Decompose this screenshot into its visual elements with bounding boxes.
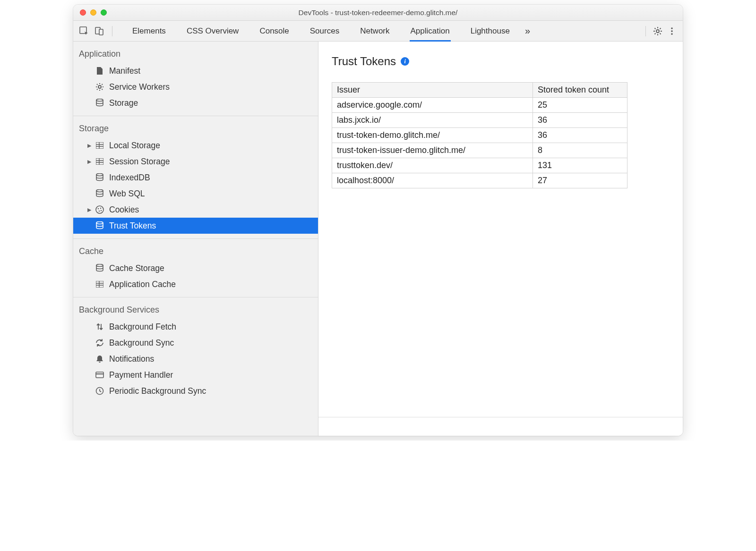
sidebar-item-web-sql[interactable]: Web SQL — [73, 186, 318, 202]
devtools-window: DevTools - trust-token-redeemer-demo.gli… — [73, 5, 683, 436]
cell-issuer: adservice.google.com/ — [332, 98, 533, 113]
sidebar-item-periodic-background-sync[interactable]: Periodic Background Sync — [73, 383, 318, 399]
sidebar-item-label: Cache Storage — [109, 263, 164, 273]
section-application: Application Manifest Service Workers Sto… — [73, 42, 318, 116]
table-row[interactable]: trusttoken.dev/131 — [332, 158, 627, 173]
sidebar-item-application-cache[interactable]: Application Cache — [73, 276, 318, 292]
expand-icon[interactable]: ▶ — [86, 143, 92, 149]
sidebar-item-indexeddb[interactable]: IndexedDB — [73, 170, 318, 186]
cell-count: 8 — [533, 143, 627, 158]
info-icon[interactable]: i — [401, 57, 409, 66]
grid-icon — [95, 280, 104, 289]
tab-lighthouse[interactable]: Lighthouse — [461, 21, 519, 42]
database-icon — [95, 98, 104, 108]
file-icon — [95, 66, 104, 76]
table-row[interactable]: trust-token-issuer-demo.glitch.me/8 — [332, 143, 627, 158]
column-header-issuer[interactable]: Issuer — [332, 83, 533, 98]
table-row[interactable]: trust-token-demo.glitch.me/36 — [332, 128, 627, 143]
cell-count: 25 — [533, 98, 627, 113]
sidebar-item-label: Background Sync — [109, 338, 174, 348]
sidebar-item-label: Service Workers — [109, 82, 170, 92]
section-title: Application — [73, 47, 318, 63]
expand-icon[interactable]: ▶ — [86, 207, 92, 213]
svg-rect-21 — [96, 372, 103, 378]
tab-label: Console — [259, 26, 289, 36]
table-row[interactable]: localhost:8000/27 — [332, 173, 627, 188]
pane-title: Trust Tokens — [332, 55, 396, 68]
tab-elements[interactable]: Elements — [123, 21, 175, 42]
svg-rect-10 — [96, 158, 103, 165]
bell-icon — [95, 354, 104, 364]
sidebar-item-notifications[interactable]: Notifications — [73, 351, 318, 367]
main-pane: Trust Tokens i Issuer Stored token count… — [318, 42, 683, 436]
trust-tokens-table: Issuer Stored token count adservice.goog… — [332, 82, 627, 188]
tabs-overflow-button[interactable]: » — [521, 21, 534, 42]
sidebar-item-label: Trust Tokens — [109, 221, 156, 231]
expand-icon[interactable]: ▶ — [86, 159, 92, 165]
settings-icon[interactable] — [653, 26, 663, 36]
sidebar-item-label: Session Storage — [109, 157, 170, 167]
sidebar-item-label: Application Cache — [109, 280, 176, 289]
database-icon — [95, 263, 104, 273]
sidebar-item-service-workers[interactable]: Service Workers — [73, 79, 318, 95]
sidebar-item-manifest[interactable]: Manifest — [73, 63, 318, 79]
svg-rect-9 — [96, 142, 103, 149]
tab-label: Application — [411, 26, 450, 36]
column-header-count[interactable]: Stored token count — [533, 83, 627, 98]
more-icon[interactable] — [667, 26, 677, 36]
cell-count: 36 — [533, 113, 627, 128]
cell-issuer: trusttoken.dev/ — [332, 158, 533, 173]
pane-title-row: Trust Tokens i — [332, 55, 670, 68]
sidebar-item-payment-handler[interactable]: Payment Handler — [73, 367, 318, 383]
titlebar: DevTools - trust-token-redeemer-demo.gli… — [73, 5, 683, 21]
section-title: Cache — [73, 245, 318, 260]
section-title: Storage — [73, 122, 318, 137]
svg-point-15 — [100, 208, 101, 209]
cell-count: 27 — [533, 173, 627, 188]
svg-point-6 — [671, 33, 673, 35]
tab-console[interactable]: Console — [250, 21, 298, 42]
inspect-element-icon[interactable] — [79, 26, 89, 36]
svg-point-11 — [96, 174, 103, 176]
sidebar-item-cookies[interactable]: ▶ Cookies — [73, 202, 318, 218]
window-title: DevTools - trust-token-redeemer-demo.gli… — [73, 8, 683, 17]
grid-icon — [95, 157, 104, 166]
cell-issuer: trust-token-demo.glitch.me/ — [332, 128, 533, 143]
device-toggle-icon[interactable] — [94, 26, 104, 36]
sidebar-item-label: Periodic Background Sync — [109, 386, 206, 396]
table-row[interactable]: adservice.google.com/25 — [332, 98, 627, 113]
svg-point-8 — [96, 99, 103, 102]
sidebar-item-background-fetch[interactable]: Background Fetch — [73, 319, 318, 335]
tab-sources[interactable]: Sources — [301, 21, 349, 42]
sidebar-item-storage[interactable]: Storage — [73, 95, 318, 111]
section-storage: Storage ▶ Local Storage ▶ Session Storag… — [73, 116, 318, 239]
sidebar-item-label: Cookies — [109, 205, 139, 215]
tab-application[interactable]: Application — [401, 21, 459, 42]
sidebar-item-background-sync[interactable]: Background Sync — [73, 335, 318, 351]
sidebar-item-label: Background Fetch — [109, 322, 176, 332]
sidebar-item-local-storage[interactable]: ▶ Local Storage — [73, 137, 318, 153]
cookie-icon — [95, 205, 104, 214]
toolbar-divider — [112, 26, 112, 36]
cell-issuer: labs.jxck.io/ — [332, 113, 533, 128]
sidebar-item-label: IndexedDB — [109, 173, 150, 183]
cell-issuer: localhost:8000/ — [332, 173, 533, 188]
content-area: Application Manifest Service Workers Sto… — [73, 42, 683, 436]
tab-label: Network — [360, 26, 389, 36]
svg-point-4 — [671, 27, 673, 29]
sidebar: Application Manifest Service Workers Sto… — [73, 42, 318, 436]
tab-label: CSS Overview — [187, 26, 239, 36]
svg-point-12 — [96, 190, 103, 192]
sidebar-item-label: Web SQL — [109, 189, 145, 199]
tab-label: Elements — [132, 26, 166, 36]
database-icon — [95, 221, 104, 230]
grid-icon — [95, 141, 104, 150]
tab-css-overview[interactable]: CSS Overview — [177, 21, 249, 42]
toolbar-divider — [645, 26, 646, 36]
sidebar-item-trust-tokens[interactable]: Trust Tokens — [73, 218, 318, 234]
svg-point-5 — [671, 30, 673, 32]
sidebar-item-cache-storage[interactable]: Cache Storage — [73, 260, 318, 276]
sidebar-item-session-storage[interactable]: ▶ Session Storage — [73, 153, 318, 170]
tab-network[interactable]: Network — [351, 21, 399, 42]
table-row[interactable]: labs.jxck.io/36 — [332, 113, 627, 128]
